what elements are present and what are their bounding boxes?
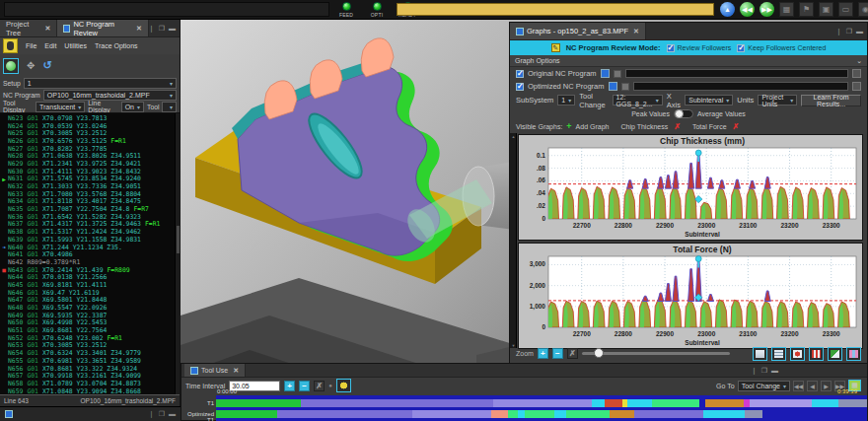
stop-icon[interactable]: ▣	[819, 2, 833, 17]
close-icon[interactable]: ✕	[44, 25, 50, 33]
nc-line[interactable]: N627G01X70.8282 Y23.7785	[0, 145, 180, 153]
minimize-icon[interactable]: ▬	[856, 28, 863, 35]
minimize-icon[interactable]: ▬	[169, 25, 176, 33]
browse-icon[interactable]	[852, 69, 861, 78]
nc-line[interactable]: N652G01X70.6248 Y23.002F=R1	[0, 334, 180, 342]
remove-graph1-icon[interactable]: ✗	[674, 122, 681, 131]
close-icon[interactable]: ✕	[633, 28, 639, 35]
add-graph-icon[interactable]: +	[566, 121, 571, 131]
original-nc-field[interactable]	[625, 69, 848, 78]
mouse-mode-icon[interactable]	[3, 38, 18, 53]
nc-line[interactable]: N654G01X70.6324 Y23.3401 Z34.9779	[0, 349, 180, 357]
browse-icon[interactable]	[852, 82, 861, 91]
line-display-dropdown[interactable]: On▾	[121, 102, 144, 112]
nc-line[interactable]: N628G01X71.0638 Y23.8026 Z34.9511	[0, 152, 180, 160]
table-view-button[interactable]	[771, 347, 786, 361]
rewind-button[interactable]: ◀◀	[740, 2, 755, 17]
float-icon[interactable]: ❐	[159, 25, 165, 33]
nc-line[interactable]: N650G01X69.4998 Y22.5453	[0, 319, 180, 327]
nc-line[interactable]: N653G01X70.3085 Y23.2512	[0, 342, 180, 350]
apply-button[interactable]	[3, 58, 19, 74]
tool-use-timeline[interactable]	[216, 395, 867, 421]
limit-graph-button[interactable]	[809, 347, 824, 361]
nc-line[interactable]: ■N643G01X70.2414 Y21.439F=R809	[0, 266, 180, 274]
tab-project-tree[interactable]: Project Tree✕	[0, 20, 57, 36]
nc-line[interactable]: N624G01X70.0539 Y23.0246	[0, 122, 180, 130]
nc-scrollbar[interactable]	[175, 113, 180, 394]
close-icon[interactable]: ✕	[233, 367, 239, 375]
peak-average-toggle[interactable]	[674, 109, 693, 118]
nc-line[interactable]: N656G01X70.8681 Y23.322 Z34.9324	[0, 365, 180, 373]
list-icon[interactable]	[601, 69, 610, 78]
undo-icon[interactable]: ↺	[42, 59, 51, 72]
remove-graph2-icon[interactable]: ✗	[733, 122, 740, 131]
x-axis-dropdown[interactable]: Subinterval▾	[685, 95, 733, 105]
tool-change-dropdown[interactable]: 12: GGS_8_2...▾	[613, 95, 663, 105]
optimized-nc-field[interactable]	[633, 82, 848, 91]
record-icon[interactable]: ◉	[858, 2, 868, 17]
tool-display-dropdown[interactable]: Translucent▾	[36, 102, 85, 112]
nc-line[interactable]: N659G01X71.0848 Y23.9094 Z34.8668	[0, 387, 180, 394]
menu-edit[interactable]: Edit	[44, 42, 56, 49]
nc-line[interactable]: N637G01X71.4317 Y21.3725 Z34.9463F=R1	[0, 221, 180, 229]
nc-line[interactable]: N646G01X69.47 Y21.6119	[0, 289, 180, 297]
minimize-icon[interactable]: ▬	[169, 410, 176, 418]
document-icon[interactable]	[5, 410, 13, 418]
tab-graphs[interactable]: Graphs - op150_2_as_83.MPF✕	[510, 23, 646, 39]
clock-icon-button[interactable]	[336, 379, 351, 392]
folder-icon[interactable]: ▭	[838, 2, 853, 17]
nc-line[interactable]: N649G01X69.5935 Y22.3387	[0, 312, 180, 319]
subsystem-dropdown[interactable]: 1▾	[557, 95, 575, 105]
bar-graph-button[interactable]	[846, 347, 861, 361]
float-icon[interactable]: ❐	[159, 410, 165, 418]
tab-nc-program-review[interactable]: NC Program Review✕	[57, 20, 149, 36]
nc-line[interactable]: N634G01X71.8118 Y23.4017 Z34.8475	[0, 198, 180, 206]
zoom-reset-button[interactable]: ✗	[567, 348, 578, 359]
nc-line[interactable]: N641G01X70.4986	[0, 250, 180, 258]
nc-line[interactable]: N651G01X69.8681 Y22.7564	[0, 326, 180, 334]
minimize-icon[interactable]: ▬	[771, 367, 778, 375]
charts-scrollbar[interactable]	[510, 133, 517, 348]
nc-line[interactable]: N647G01X69.5801 Y21.8448	[0, 297, 180, 305]
interval-decrease-button[interactable]: −	[299, 381, 310, 391]
nc-line[interactable]: ➜N640G01X71.244 Y21.1234 Z35.	[0, 244, 180, 251]
interval-reset-button[interactable]: ✗	[314, 381, 325, 391]
original-nc-checkbox[interactable]	[516, 70, 524, 78]
nc-code-listing[interactable]: N623G01X70.0798 Y23.7813N624G01X70.0539 …	[0, 112, 180, 394]
menu-utilities[interactable]: Utilities	[64, 42, 87, 49]
nc-line[interactable]: N658G01X71.0789 Y23.0704 Z34.8873	[0, 380, 180, 387]
pin-icon[interactable]: ❘	[836, 28, 842, 35]
keep-followers-centered-checkbox[interactable]: Keep Followers Centered	[737, 44, 826, 52]
nc-line[interactable]: N629G01X71.2341 Y23.9725 Z34.9421	[0, 160, 180, 168]
prev-button[interactable]: ◀	[807, 381, 818, 391]
nc-line[interactable]: N630G01X71.4111 Y23.9023 Z34.8432	[0, 168, 180, 175]
tab-tool-use[interactable]: Tool Use✕	[184, 364, 246, 377]
zoom-in-button[interactable]: +	[538, 348, 548, 359]
learn-from-results-button[interactable]: Learn From Results...	[801, 95, 861, 106]
float-icon[interactable]: ❐	[846, 28, 852, 35]
float-icon[interactable]: ❐	[761, 367, 767, 375]
pin-icon[interactable]: ❘	[752, 367, 758, 375]
nc-line[interactable]: N625G01X70.3085 Y23.2512	[0, 129, 180, 137]
nc-line[interactable]: ▶N631G01X71.5745 Y23.8534 Z34.9240	[0, 175, 180, 183]
review-followers-checkbox[interactable]: Review Followers	[667, 44, 732, 52]
next-button[interactable]: ▶	[821, 381, 832, 391]
nc-line[interactable]: N642R809=0.3789*R1	[0, 258, 180, 266]
zoom-slider[interactable]	[582, 352, 730, 355]
pin-icon[interactable]: ❘	[149, 410, 155, 418]
nc-line[interactable]: N639G01X71.5993 Y21.1558 Z34.9831	[0, 236, 180, 244]
tool-dropdown[interactable]: ▾	[162, 102, 177, 112]
export-image-button[interactable]	[753, 347, 767, 361]
goto-dropdown[interactable]: Tool Change▾	[738, 381, 790, 391]
nc-line[interactable]: N626G01X70.6576 Y23.5125F=R1	[0, 137, 180, 145]
timeline-row-original[interactable]	[216, 399, 867, 407]
nc-line[interactable]: N623G01X70.0798 Y23.7813	[0, 114, 180, 122]
nc-line[interactable]: N648G01X69.5547 Y22.0926	[0, 304, 180, 312]
nc-line[interactable]: N638G01X71.5317 Y21.2424 Z34.9462	[0, 228, 180, 236]
menu-file[interactable]: File	[26, 42, 36, 49]
pin-icon[interactable]: ❘	[149, 25, 155, 33]
grid-icon[interactable]: ▦	[779, 2, 794, 17]
nc-line[interactable]: N633G01X71.7080 Y23.5768 Z34.8804	[0, 190, 180, 198]
eject-button[interactable]: ▲	[720, 2, 735, 17]
point-graph-button[interactable]	[790, 347, 805, 361]
